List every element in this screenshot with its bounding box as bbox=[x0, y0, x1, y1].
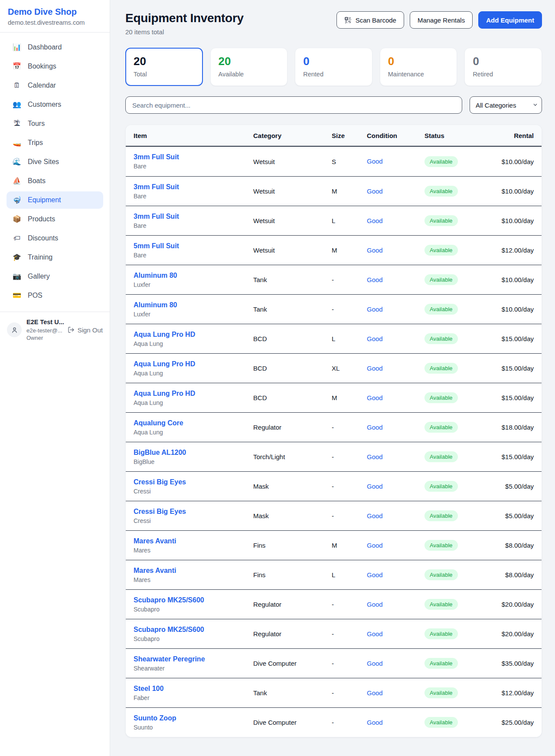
sidebar-item-products[interactable]: 📦 Products bbox=[7, 210, 103, 228]
item-cell: 3mm Full Suit Bare bbox=[134, 183, 253, 200]
status-badge: Available bbox=[424, 658, 458, 669]
item-rental: $20.00/day bbox=[496, 630, 534, 638]
condition-link[interactable]: Good bbox=[367, 247, 383, 254]
item-name-link[interactable]: Aqua Lung Pro HD bbox=[134, 331, 195, 338]
condition-link[interactable]: Good bbox=[367, 601, 383, 608]
condition-link[interactable]: Good bbox=[367, 483, 383, 490]
manage-rentals-label: Manage Rentals bbox=[418, 16, 465, 24]
item-cell: 3mm Full Suit Bare bbox=[134, 153, 253, 170]
condition-link[interactable]: Good bbox=[367, 394, 383, 401]
stat-card-rented[interactable]: 0 Rented bbox=[295, 48, 372, 86]
add-equipment-button[interactable]: Add Equipment bbox=[478, 11, 542, 29]
item-name-link[interactable]: Mares Avanti bbox=[134, 567, 176, 574]
item-category: Regulator bbox=[253, 424, 332, 431]
table-header-row: Item Category Size Condition Status Rent… bbox=[126, 125, 542, 147]
table-row: BigBlue AL1200 BigBlue Torch/Light - Goo… bbox=[126, 442, 542, 471]
condition-link[interactable]: Good bbox=[367, 630, 383, 638]
stat-card-total[interactable]: 20 Total bbox=[125, 48, 203, 86]
item-rental: $18.00/day bbox=[496, 424, 534, 431]
item-rental: $5.00/day bbox=[496, 512, 534, 519]
item-name-link[interactable]: Scubapro MK25/S600 bbox=[134, 596, 204, 604]
item-name-link[interactable]: 3mm Full Suit bbox=[134, 213, 179, 220]
sidebar-item-calendar[interactable]: 🗓 Calendar bbox=[7, 77, 103, 94]
condition-link[interactable]: Good bbox=[367, 660, 383, 667]
condition-link[interactable]: Good bbox=[367, 158, 383, 165]
item-name-link[interactable]: Cressi Big Eyes bbox=[134, 508, 186, 515]
category-filter[interactable]: All Categories bbox=[470, 96, 542, 114]
condition-link[interactable]: Good bbox=[367, 453, 383, 460]
sidebar-item-training[interactable]: 🎓 Training bbox=[7, 249, 103, 266]
wave-icon: 🌊 bbox=[12, 158, 22, 165]
condition-link[interactable]: Good bbox=[367, 187, 383, 195]
item-size: L bbox=[332, 335, 367, 342]
item-cell: Steel 100 Faber bbox=[134, 685, 253, 701]
page-header: Equipment Inventory 20 items total bbox=[125, 11, 542, 36]
item-cell: 5mm Full Suit Bare bbox=[134, 242, 253, 259]
item-name-link[interactable]: Aqualung Core bbox=[134, 419, 183, 427]
condition-link[interactable]: Good bbox=[367, 306, 383, 313]
item-size: XL bbox=[332, 365, 367, 372]
condition-link[interactable]: Good bbox=[367, 335, 383, 342]
item-cell: Aluminum 80 Luxfer bbox=[134, 301, 253, 318]
stat-card-maintenance[interactable]: 0 Maintenance bbox=[380, 48, 457, 86]
sidebar-item-dashboard[interactable]: 📊 Dashboard bbox=[7, 39, 103, 56]
item-name-link[interactable]: Aqua Lung Pro HD bbox=[134, 360, 195, 368]
sidebar-nav: 📊 Dashboard 📅 Bookings 🗓 Calendar 👥 Cust… bbox=[0, 33, 110, 308]
stat-card-available[interactable]: 20 Available bbox=[210, 48, 288, 86]
condition-link[interactable]: Good bbox=[367, 424, 383, 431]
item-name-link[interactable]: Aluminum 80 bbox=[134, 272, 177, 279]
sidebar-item-trips[interactable]: 🚤 Trips bbox=[7, 134, 103, 151]
sign-out-button[interactable]: Sign Out bbox=[68, 326, 103, 334]
col-header-size: Size bbox=[332, 132, 367, 139]
item-rental: $8.00/day bbox=[496, 542, 534, 549]
item-brand: Aqua Lung bbox=[134, 370, 253, 377]
item-size: S bbox=[332, 158, 367, 165]
condition-link[interactable]: Good bbox=[367, 365, 383, 372]
item-name-link[interactable]: Shearwater Peregrine bbox=[134, 655, 205, 663]
condition-link[interactable]: Good bbox=[367, 571, 383, 579]
condition-link[interactable]: Good bbox=[367, 689, 383, 697]
item-name-link[interactable]: Aqua Lung Pro HD bbox=[134, 390, 195, 397]
sidebar-item-discounts[interactable]: 🏷 Discounts bbox=[7, 230, 103, 247]
item-name-link[interactable]: Steel 100 bbox=[134, 685, 163, 692]
status-badge: Available bbox=[424, 186, 458, 197]
item-name-link[interactable]: Mares Avanti bbox=[134, 537, 176, 545]
condition-link[interactable]: Good bbox=[367, 719, 383, 726]
sidebar-item-customers[interactable]: 👥 Customers bbox=[7, 96, 103, 113]
item-name-link[interactable]: 3mm Full Suit bbox=[134, 183, 179, 191]
table-row: Aqua Lung Pro HD Aqua Lung BCD L Good Av… bbox=[126, 324, 542, 353]
manage-rentals-button[interactable]: Manage Rentals bbox=[410, 11, 473, 29]
condition-link[interactable]: Good bbox=[367, 512, 383, 519]
avatar bbox=[7, 322, 22, 337]
item-name-link[interactable]: Aluminum 80 bbox=[134, 301, 177, 309]
sidebar-item-gallery[interactable]: 📷 Gallery bbox=[7, 268, 103, 285]
item-cell: Aqua Lung Pro HD Aqua Lung bbox=[134, 360, 253, 377]
item-name-link[interactable]: Scubapro MK25/S600 bbox=[134, 626, 204, 633]
status-badge: Available bbox=[424, 481, 458, 492]
sidebar-item-tours[interactable]: 🏝 Tours bbox=[7, 115, 103, 132]
item-size: - bbox=[332, 660, 367, 667]
item-name-link[interactable]: Suunto Zoop bbox=[134, 714, 176, 722]
condition-link[interactable]: Good bbox=[367, 276, 383, 283]
sidebar-item-dive-sites[interactable]: 🌊 Dive Sites bbox=[7, 153, 103, 171]
item-rental: $25.00/day bbox=[496, 719, 534, 726]
item-brand: Aqua Lung bbox=[134, 429, 253, 436]
item-name-link[interactable]: Cressi Big Eyes bbox=[134, 478, 186, 486]
item-brand: Aqua Lung bbox=[134, 399, 253, 406]
condition-link[interactable]: Good bbox=[367, 542, 383, 549]
sidebar-item-pos[interactable]: 💳 POS bbox=[7, 287, 103, 304]
scan-barcode-button[interactable]: Scan Barcode bbox=[336, 11, 404, 29]
condition-link[interactable]: Good bbox=[367, 217, 383, 224]
item-name-link[interactable]: 5mm Full Suit bbox=[134, 242, 179, 250]
item-name-link[interactable]: 3mm Full Suit bbox=[134, 153, 179, 161]
brand-name[interactable]: Demo Dive Shop bbox=[8, 7, 102, 17]
sidebar-item-bookings[interactable]: 📅 Bookings bbox=[7, 58, 103, 75]
item-size: - bbox=[332, 483, 367, 490]
stat-card-retired[interactable]: 0 Retired bbox=[464, 48, 542, 86]
item-name-link[interactable]: BigBlue AL1200 bbox=[134, 449, 186, 456]
sidebar-item-boats[interactable]: ⛵ Boats bbox=[7, 172, 103, 190]
item-brand: Scubapro bbox=[134, 635, 253, 642]
search-input[interactable] bbox=[125, 96, 462, 114]
sidebar-item-equipment[interactable]: 🤿 Equipment bbox=[7, 191, 103, 209]
table-row: Aluminum 80 Luxfer Tank - Good Available… bbox=[126, 265, 542, 294]
